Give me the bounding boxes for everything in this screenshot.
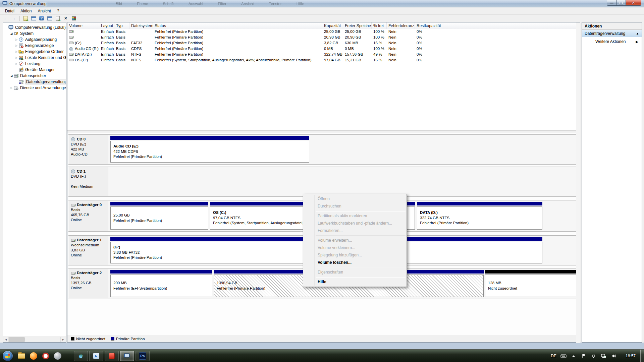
disk-label-disk2[interactable]: Datenträger 2Basis1397,26 GBOnline [69,269,108,298]
volume-icon[interactable] [611,354,617,358]
sidebar-item-dienste-und-anwendungen[interactable]: ▷Dienste und Anwendungen [3,85,66,91]
column-header-overhead[interactable]: Restkapazität [415,22,441,29]
sidebar-item-ereignisanzeige[interactable]: ▷Ereignisanzeige [3,43,66,49]
taskbar-app-internet-explorer[interactable]: e [74,351,88,361]
volume-row-(G:)[interactable]: (G:)EinfachBasisFAT32Fehlerfrei (Primäre… [67,41,576,46]
disk-info-line: Wechselmedium [71,243,107,248]
menubar-item-help[interactable]: ? [54,8,62,14]
collapse-icon[interactable]: ▲ [636,32,639,35]
expand-arrow-icon[interactable]: ▷ [14,50,18,53]
partition-body[interactable]: 25,00 GBFehlerfrei (Primäre Partition) [110,206,208,230]
language-indicator[interactable]: DE [551,354,556,358]
column-header-status[interactable]: Status [153,22,322,29]
volume-row-DATA (D:)[interactable]: DATA (D:)EinfachBasisNTFSFehlerfrei (Pri… [67,52,576,58]
sidebar-item-computerverwaltung-lokal-[interactable]: Computerverwaltung (Lokal) [3,24,66,31]
disk-label-cd1[interactable]: CD 1DVD (F:) Kein Medium [69,167,108,196]
expand-arrow-icon[interactable]: ▷ [14,62,18,65]
show-desktop-button[interactable] [640,350,644,362]
partition-disk2-0[interactable]: 200 MBFehlerfrei (EFI-Systempartition) [110,270,212,297]
scroll-right-arrow-icon[interactable]: ► [60,337,66,342]
sidebar-item-datenträgerverwaltung[interactable]: Datenträgerverwaltung [3,79,66,85]
menubar-item-ansicht[interactable]: Ansicht [35,8,54,14]
console-window-icon[interactable] [30,15,37,21]
disk-label-disk1[interactable]: Datenträger 1Wechselmedium3,83 GBOnline [69,236,108,265]
column-header-type[interactable]: Typ [114,22,129,29]
sidebar-item-lokale-benutzer-und-gru[interactable]: ▷Lokale Benutzer und Gru [3,55,66,61]
disk-row-cd0[interactable]: CD 0DVD (E:)422 MBAudio-CDAudio CD (E:)4… [68,134,576,165]
flag-icon[interactable] [581,354,587,358]
vertical-scrollbar[interactable] [576,22,580,343]
column-header-fault_tolerance[interactable]: Fehlertoleranz [387,22,415,29]
collapse-arrow-icon[interactable]: ◢ [9,32,13,35]
volume-row-Audio CD (E:)[interactable]: Audio CD (E:)EinfachBasisCDFSFehlerfrei … [67,46,576,52]
menubar-item-aktion[interactable]: Aktion [17,8,35,14]
partition-cd0-0[interactable]: Audio CD (E:)422 MB CDFSFehlerfrei (Prim… [110,136,309,163]
close-button[interactable]: ✕ [626,0,641,6]
disk-row-cd1[interactable]: CD 1DVD (F:) Kein Medium [68,167,576,197]
taskbar-clock[interactable]: 18:57 [626,354,636,358]
sidebar-item-geräte-manager[interactable]: Geräte-Manager [3,67,66,73]
sidebar-item-leistung[interactable]: ▷Leistung [3,61,66,67]
partition-disk0-2[interactable]: DATA (D:)322,74 GB NTFSFehlerfrei (Primä… [417,202,542,230]
menubar-item-datei[interactable]: Datei [2,8,17,14]
quicklaunch-gray-app[interactable] [53,352,62,360]
taskbar-app-red-app[interactable] [105,351,119,361]
expand-arrow-icon[interactable]: ▷ [14,38,18,41]
collapse-arrow-icon[interactable]: ◢ [9,74,13,77]
context-menu-item-hilfe[interactable]: Hilfe [304,278,406,286]
volume-row-unnamed-0[interactable]: EinfachBasisFehlerfrei (Primäre Partitio… [67,29,576,35]
column-header-name[interactable]: Volume [67,22,99,29]
more-actions-item[interactable]: Weitere Aktionen ▶ [582,37,642,46]
console-window-2-icon[interactable] [46,15,53,21]
refresh-document-icon[interactable] [54,15,61,21]
keyboard-icon[interactable] [560,354,567,358]
export-list-icon[interactable] [22,15,29,21]
sidebar-item-freigegebene-ordner[interactable]: ▷Freigegebene Ordner [3,49,66,55]
column-header-capacity[interactable]: Kapazität [322,22,343,29]
expand-arrow-icon[interactable]: ▷ [14,56,18,59]
quicklaunch-windows-explorer[interactable] [17,352,26,360]
scroll-left-arrow-icon[interactable]: ◄ [3,337,9,342]
sidebar-item-datenspeicher[interactable]: ◢Datenspeicher [3,73,66,79]
disk-label-cd0[interactable]: CD 0DVD (E:)422 MBAudio-CD [69,135,108,164]
tree-horizontal-scrollbar[interactable]: ◄► [3,337,66,342]
title-bar[interactable]: Computerverwaltung BildEbeneSchriftAuswa… [0,0,644,7]
context-menu-item-partition-als-aktiv-markieren: Partition als aktiv markieren [304,212,406,220]
taskbar-app-photoshop[interactable]: Ps [136,351,150,361]
quicklaunch-firefox[interactable] [29,352,38,360]
maximize-button[interactable] [616,0,626,6]
network-icon[interactable] [601,354,607,358]
quicklaunch-opera[interactable] [41,352,50,360]
partition-body[interactable]: 200 MBFehlerfrei (EFI-Systempartition) [110,275,212,297]
volume-row-OS (C:)[interactable]: OS (C:)EinfachBasisNTFSFehlerfrei (Syste… [67,58,576,63]
back-icon[interactable]: ← [2,15,9,21]
forward-icon[interactable]: → [10,15,17,21]
partition-body[interactable]: 128 MBNicht zugeordnet [485,275,576,297]
taskbar-app-media-player[interactable]: ▶ [89,351,103,361]
power-icon[interactable] [591,354,597,358]
minimize-button[interactable]: — [607,0,616,6]
properties-grid-icon[interactable] [70,15,77,21]
expand-arrow-icon[interactable]: ▷ [14,44,18,47]
column-header-layout[interactable]: Layout [99,22,114,29]
delete-icon[interactable]: ✕ [62,15,69,21]
disk-label-disk0[interactable]: Datenträger 0Basis465,76 GBOnline [69,201,108,231]
actions-section-disk-management[interactable]: Datenträgerverwaltung ▲ [582,30,642,37]
volume-row-unnamed-1[interactable]: EinfachBasisFehlerfrei (Primäre Partitio… [67,35,576,41]
column-header-free[interactable]: Freier Speicher [343,22,372,29]
partition-body[interactable]: DATA (D:)322,74 GB NTFSFehlerfrei (Primä… [417,206,542,230]
sidebar-item-system[interactable]: ◢System [3,31,66,37]
sidebar-item-aufgabenplanung[interactable]: ▷Aufgabenplanung [3,37,66,43]
start-button[interactable] [3,351,13,361]
scrollbar-thumb[interactable] [9,337,25,342]
column-header-fs[interactable]: Dateisystem [129,22,153,29]
help-icon[interactable]: ? [38,15,45,21]
expand-arrow-icon[interactable]: ▷ [9,86,13,89]
partition-disk0-0[interactable]: 25,00 GBFehlerfrei (Primäre Partition) [110,202,208,230]
column-header-pct_free[interactable]: % frei [372,22,387,29]
context-menu-item-volume-löschen[interactable]: Volume löschen... [304,259,406,266]
partition-body[interactable]: Audio CD (E:)422 MB CDFSFehlerfrei (Prim… [110,141,309,163]
taskbar-app-computer-management[interactable] [120,351,134,361]
partition-disk2-2[interactable]: 128 MBNicht zugeordnet [485,270,576,297]
up-arrow-icon[interactable] [571,354,577,358]
